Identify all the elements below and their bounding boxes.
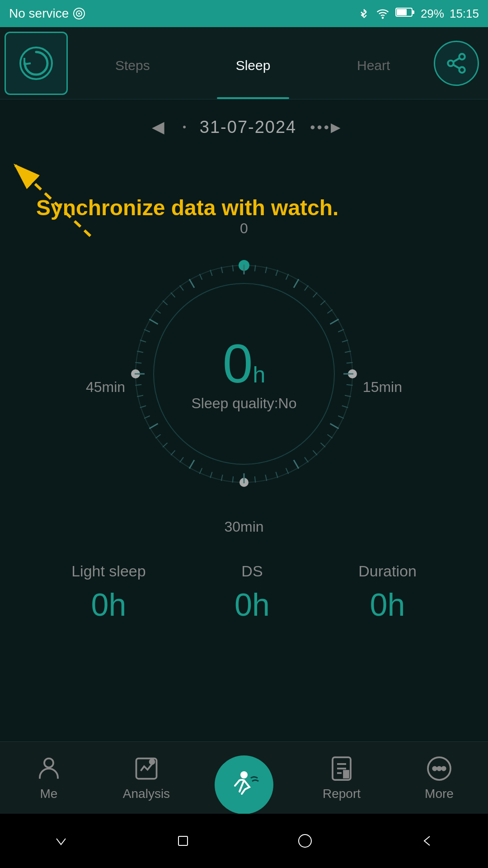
- stat-ds-value: 0h: [235, 587, 270, 623]
- date-options[interactable]: ••• ▶: [310, 119, 341, 136]
- stat-light-sleep-label: Light sleep: [71, 562, 145, 580]
- nav-report-label: Report: [323, 787, 361, 801]
- nav-analysis-label: Analysis: [123, 787, 170, 801]
- svg-rect-94: [344, 771, 348, 778]
- tab-steps[interactable]: Steps: [72, 27, 193, 99]
- svg-rect-99: [178, 836, 188, 845]
- dashed-arrow-icon: [0, 150, 99, 241]
- svg-line-36: [330, 319, 339, 324]
- status-left: No service: [9, 6, 86, 21]
- android-nav-bar: [0, 814, 488, 868]
- svg-line-64: [163, 443, 167, 447]
- svg-point-100: [299, 835, 311, 847]
- android-home-btn[interactable]: [287, 823, 323, 859]
- svg-line-81: [189, 279, 194, 288]
- android-recents-btn[interactable]: [165, 823, 201, 859]
- svg-line-33: [313, 292, 317, 297]
- bluetooth-icon: [357, 7, 370, 20]
- stats-row: Light sleep 0h DS 0h Duration 0h: [0, 544, 488, 641]
- battery-percent: 29%: [421, 7, 444, 21]
- nav-item-more[interactable]: More: [390, 755, 488, 801]
- sync-message-area: Synchronize data with watch.: [0, 150, 488, 229]
- svg-point-13: [448, 60, 454, 66]
- gauge-unit: h: [253, 362, 265, 387]
- svg-line-49: [313, 450, 317, 455]
- nav-more-label: More: [425, 787, 454, 801]
- home-sport-icon: [226, 767, 262, 803]
- tab-bar: Steps Sleep Heart: [0, 27, 488, 99]
- time-text: 15:15: [450, 7, 479, 21]
- android-back-btn[interactable]: [43, 823, 79, 859]
- signal-icon: [72, 7, 86, 20]
- bottom-nav: Me Analysis: [0, 741, 488, 814]
- gauge-quality: Sleep quality:No: [191, 395, 296, 412]
- sync-button[interactable]: [5, 32, 68, 95]
- share-icon: [445, 52, 468, 75]
- svg-point-97: [437, 767, 441, 770]
- date-prev-button[interactable]: ◀: [147, 113, 169, 141]
- home-button[interactable]: [215, 755, 273, 814]
- svg-line-76: [149, 319, 158, 324]
- more-icon: [426, 755, 453, 782]
- sync-icon: [18, 45, 54, 81]
- stat-ds-label: DS: [235, 562, 270, 580]
- wifi-icon: [375, 7, 390, 20]
- svg-line-4: [364, 15, 366, 18]
- nav-item-me[interactable]: Me: [0, 755, 98, 801]
- svg-rect-10: [412, 10, 414, 14]
- nav-item-report[interactable]: Report: [293, 755, 390, 801]
- chevron-down-icon: [52, 832, 70, 850]
- android-back2-btn[interactable]: [409, 823, 445, 859]
- gauge-center: 0h Sleep quality:No: [191, 336, 296, 412]
- svg-line-50: [305, 457, 308, 462]
- sleep-gauge: 0 generate ticks: [108, 238, 380, 509]
- stat-duration-value: 0h: [358, 587, 417, 623]
- stat-light-sleep-value: 0h: [71, 587, 145, 623]
- svg-line-77: [155, 310, 160, 313]
- svg-point-7: [382, 17, 383, 18]
- nav-item-home[interactable]: [195, 755, 293, 801]
- svg-line-16: [453, 58, 460, 61]
- svg-line-61: [189, 460, 194, 469]
- tabs: Steps Sleep Heart: [72, 27, 434, 99]
- tab-sleep[interactable]: Sleep: [193, 27, 314, 99]
- analysis-icon: [133, 755, 160, 782]
- tab-heart[interactable]: Heart: [313, 27, 434, 99]
- battery-text: [395, 7, 415, 21]
- svg-line-31: [294, 279, 299, 288]
- svg-line-47: [327, 434, 332, 438]
- stat-ds: DS 0h: [235, 562, 270, 623]
- svg-line-78: [163, 301, 167, 305]
- stat-duration: Duration 0h: [358, 562, 417, 623]
- svg-line-32: [305, 285, 308, 290]
- circle-icon: [296, 832, 314, 850]
- gauge-top-label: 0: [240, 220, 248, 237]
- svg-line-79: [171, 292, 175, 297]
- stat-light-sleep: Light sleep 0h: [71, 562, 145, 623]
- svg-line-51: [294, 460, 299, 469]
- svg-point-14: [459, 67, 465, 73]
- svg-point-89: [240, 771, 248, 778]
- battery-icon: [395, 7, 415, 18]
- svg-point-12: [459, 54, 465, 60]
- svg-line-65: [155, 434, 160, 438]
- svg-line-80: [180, 285, 183, 290]
- svg-line-34: [320, 301, 325, 305]
- svg-line-62: [180, 457, 183, 462]
- gauge-wrapper: 45min 15min 0 generate ticks: [86, 238, 402, 535]
- square-icon: [175, 833, 191, 849]
- status-bar: No service: [0, 0, 488, 27]
- svg-line-18: [14, 164, 90, 236]
- nav-item-analysis[interactable]: Analysis: [98, 755, 195, 801]
- no-service-text: No service: [9, 6, 69, 21]
- svg-rect-9: [397, 9, 407, 15]
- gauge-label-bottom: 30min: [86, 519, 402, 535]
- svg-point-2: [78, 13, 80, 14]
- date-navigation: ◀ • 31-07-2024 ••• ▶: [0, 99, 488, 150]
- gauge-value: 0: [223, 333, 253, 394]
- svg-line-63: [171, 450, 175, 455]
- svg-line-48: [320, 443, 325, 447]
- svg-point-98: [442, 767, 446, 770]
- svg-line-66: [149, 424, 158, 429]
- share-button[interactable]: [434, 41, 479, 86]
